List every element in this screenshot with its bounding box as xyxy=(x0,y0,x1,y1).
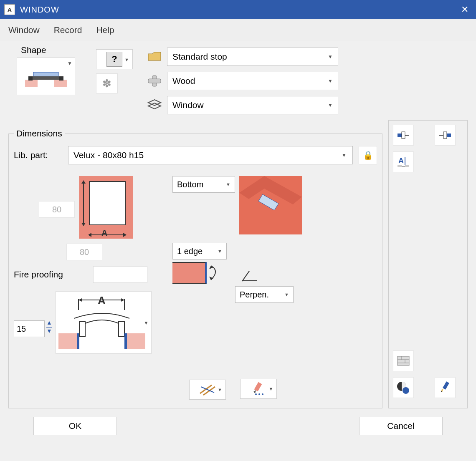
menu-help[interactable]: Help xyxy=(96,25,114,35)
svg-rect-31 xyxy=(254,382,262,391)
svg-rect-17 xyxy=(58,333,78,349)
edge-select[interactable]: 1 edge▼ xyxy=(172,243,227,259)
cancel-button[interactable]: Cancel xyxy=(359,417,443,435)
svg-point-53 xyxy=(403,387,409,394)
svg-rect-1 xyxy=(54,80,67,87)
frame-diagram: A xyxy=(79,176,133,239)
align-left-icon[interactable] xyxy=(393,125,414,146)
svg-text:A: A xyxy=(398,156,404,165)
shape-label: Shape xyxy=(21,45,96,55)
appearance-icon[interactable] xyxy=(393,377,414,398)
chevron-down-icon: ▼ xyxy=(67,60,72,66)
close-icon[interactable]: ✕ xyxy=(458,4,472,15)
svg-rect-18 xyxy=(125,333,145,349)
svg-rect-36 xyxy=(398,134,402,137)
svg-marker-32 xyxy=(253,390,256,393)
svg-marker-26 xyxy=(209,266,213,269)
wall-icon[interactable] xyxy=(393,350,414,371)
svg-point-35 xyxy=(262,393,263,395)
svg-rect-41 xyxy=(447,134,451,137)
align-right-icon[interactable] xyxy=(435,125,456,146)
pen-picker[interactable]: ▼ xyxy=(240,379,277,399)
stop-type-select[interactable]: Standard stop▼ xyxy=(167,48,338,66)
perp-select[interactable]: Perpen.▼ xyxy=(235,286,294,303)
window-title: WINDOW xyxy=(20,5,59,15)
snow-icon[interactable]: ✽ xyxy=(96,73,118,93)
menu-bar: Window Record Help xyxy=(0,19,476,41)
svg-marker-6 xyxy=(148,52,161,60)
edge-diagram xyxy=(172,262,207,284)
chevron-down-icon: ▼ xyxy=(124,57,129,62)
svg-rect-4 xyxy=(28,76,33,81)
updown-icon: ▲—▼ xyxy=(45,320,54,333)
svg-rect-20 xyxy=(119,322,124,337)
menu-window[interactable]: Window xyxy=(8,25,40,35)
width-input[interactable]: 80 xyxy=(66,244,102,260)
app-icon: A xyxy=(4,4,15,15)
svg-marker-56 xyxy=(441,390,442,392)
svg-rect-45 xyxy=(398,165,402,167)
hatch-picker[interactable]: ▼ xyxy=(189,380,226,400)
lock-icon[interactable]: 🔒 xyxy=(359,146,377,164)
fire-input[interactable] xyxy=(93,266,147,283)
svg-rect-3 xyxy=(31,76,61,80)
title-bar: A WINDOW ✕ xyxy=(0,0,476,19)
height-input[interactable]: 80 xyxy=(39,201,75,218)
svg-rect-21 xyxy=(77,333,79,349)
menu-record[interactable]: Record xyxy=(54,25,82,35)
edit-pencil-icon[interactable] xyxy=(435,377,456,398)
svg-rect-19 xyxy=(79,322,85,337)
svg-marker-15 xyxy=(78,298,82,302)
svg-rect-22 xyxy=(124,333,127,349)
libpart-select[interactable]: Velux - 80x80 h15▼ xyxy=(68,146,353,164)
svg-marker-27 xyxy=(209,277,213,280)
ok-button[interactable]: OK xyxy=(33,417,117,435)
folder-icon xyxy=(142,51,167,62)
dimensions-legend: Dimensions xyxy=(14,128,65,139)
svg-rect-37 xyxy=(402,132,405,139)
svg-point-34 xyxy=(258,393,260,395)
material-select[interactable]: Wood▼ xyxy=(167,72,338,90)
reference-select[interactable]: Bottom▼ xyxy=(172,176,235,193)
layers-icon xyxy=(142,99,167,111)
cross-icon xyxy=(142,75,167,87)
layer-select[interactable]: Window▼ xyxy=(167,96,338,114)
svg-rect-5 xyxy=(59,76,63,81)
svg-rect-54 xyxy=(443,381,449,390)
shape-picker[interactable]: ▼ xyxy=(17,58,75,95)
svg-line-29 xyxy=(203,387,215,395)
svg-rect-0 xyxy=(25,80,38,87)
help-type-button[interactable]: ? ▼ xyxy=(96,49,133,69)
perspective-diagram xyxy=(239,176,302,234)
text-align-icon[interactable]: A xyxy=(393,151,414,172)
svg-point-33 xyxy=(255,393,257,395)
side-toolbar: A xyxy=(388,120,468,408)
svg-rect-8 xyxy=(148,79,161,83)
svg-rect-40 xyxy=(443,132,447,139)
angle-icon[interactable] xyxy=(242,265,258,281)
svg-marker-16 xyxy=(121,298,124,302)
dimensions-group: Dimensions Lib. part: Velux - 80x80 h15▼… xyxy=(8,128,382,408)
depth-input[interactable]: 15 xyxy=(14,320,45,337)
svg-rect-2 xyxy=(33,72,58,76)
svg-rect-46 xyxy=(405,165,409,167)
fire-label: Fire proofing xyxy=(14,270,93,280)
svg-rect-47 xyxy=(398,356,409,365)
libpart-label: Lib. part: xyxy=(14,150,68,160)
section-picker[interactable]: A xyxy=(56,291,152,354)
